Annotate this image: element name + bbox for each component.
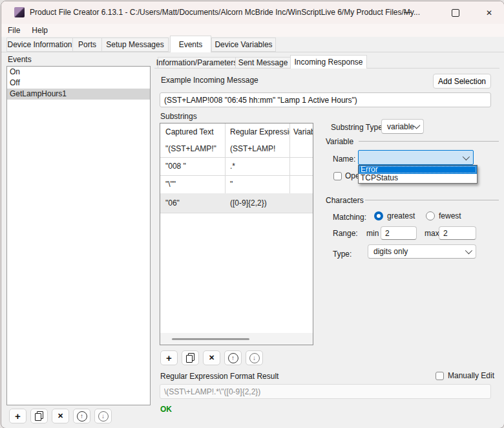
chevron-down-icon xyxy=(414,122,420,129)
substring-move-down-button[interactable]: ↓ xyxy=(246,350,263,365)
column-header-regular-expression[interactable]: Regular Expressio xyxy=(225,123,289,140)
add-icon: + xyxy=(166,353,172,363)
substring-delete-button[interactable]: ✕ xyxy=(203,350,220,365)
cell-regex[interactable]: (SST+LAMP! xyxy=(225,140,289,157)
substring-duplicate-button[interactable] xyxy=(182,350,199,365)
maximize-button[interactable] xyxy=(441,1,470,24)
matching-fewest-radio-field[interactable]: fewest xyxy=(426,211,461,220)
tab-events[interactable]: Events xyxy=(170,36,211,52)
event-duplicate-button[interactable] xyxy=(30,409,48,423)
variable-name-label: Name: xyxy=(333,155,355,164)
cell-regex[interactable]: .* xyxy=(225,157,289,175)
range-min-input[interactable] xyxy=(381,226,417,240)
tab-information-parameters[interactable]: Information/Parameters xyxy=(158,57,236,69)
range-max-input[interactable] xyxy=(439,226,476,240)
arrow-up-circle-icon: ↑ xyxy=(228,353,238,363)
arrow-down-circle-icon: ↓ xyxy=(98,411,109,422)
tab-incoming-response[interactable]: Incoming Response xyxy=(290,55,367,69)
name-dropdown-list: Error TCPStatus xyxy=(358,165,478,184)
event-delete-button[interactable]: ✕ xyxy=(52,409,69,423)
horizontal-scrollbar[interactable] xyxy=(160,333,313,345)
cell-captured-text[interactable]: "008 " xyxy=(160,157,225,175)
minimize-icon xyxy=(404,12,411,13)
variable-group-line xyxy=(359,141,499,142)
tab-device-variables[interactable]: Device Variables xyxy=(211,37,276,52)
matching-greatest-label: greatest xyxy=(387,211,415,220)
matching-fewest-label: fewest xyxy=(439,211,461,220)
cell-regex[interactable]: " xyxy=(225,175,289,193)
event-add-button[interactable]: + xyxy=(9,409,26,423)
tab-sent-message[interactable]: Sent Message xyxy=(235,57,291,69)
cell-variable[interactable] xyxy=(289,140,313,157)
delete-icon: ✕ xyxy=(209,354,215,361)
manually-edit-label: Manually Edit xyxy=(448,371,494,380)
table-header-row: Captured Text Regular Expressio Variab xyxy=(160,123,313,140)
delete-icon: ✕ xyxy=(58,412,63,420)
event-move-up-button[interactable]: ↑ xyxy=(73,409,90,423)
menu-help[interactable]: Help xyxy=(26,25,53,36)
copy-icon xyxy=(186,353,194,363)
example-incoming-message-input[interactable] xyxy=(160,92,491,107)
manually-edit-checkbox[interactable] xyxy=(436,372,444,380)
tab-setup-messages[interactable]: Setup Messages xyxy=(101,37,169,52)
minimize-button[interactable] xyxy=(392,1,422,24)
substring-type-value: variable xyxy=(387,122,414,131)
event-move-down-button[interactable]: ↓ xyxy=(94,409,112,423)
substring-type-dropdown[interactable]: variable xyxy=(381,119,424,134)
range-min-label: min xyxy=(366,229,379,238)
list-item[interactable]: Off xyxy=(7,78,150,89)
cell-variable[interactable] xyxy=(289,193,313,213)
copy-icon xyxy=(35,411,43,421)
regex-result-input[interactable] xyxy=(160,384,491,399)
menu-bar: File Help xyxy=(1,24,504,37)
table-row[interactable]: "\"" " xyxy=(160,175,313,193)
char-type-dropdown[interactable]: digits only xyxy=(368,244,476,259)
chevron-down-icon xyxy=(465,247,472,254)
manually-edit-field[interactable]: Manually Edit xyxy=(436,371,494,380)
events-list: On Off GetLampHours1 xyxy=(6,66,151,405)
dropdown-option-tcpstatus[interactable]: TCPStatus xyxy=(359,174,477,182)
char-type-value: digits only xyxy=(373,247,408,256)
tab-ports[interactable]: Ports xyxy=(72,37,102,52)
optional-field[interactable]: Ope xyxy=(333,171,360,180)
column-header-captured-text[interactable]: Captured Text xyxy=(160,123,225,140)
cell-variable[interactable] xyxy=(289,157,313,175)
list-item-selected[interactable]: GetLampHours1 xyxy=(7,89,150,100)
variable-name-dropdown[interactable] xyxy=(358,150,474,165)
variable-group-label: Variable xyxy=(326,137,353,146)
status-text: OK xyxy=(160,405,172,414)
scrollbar-thumb[interactable] xyxy=(172,338,249,340)
main-tab-divider xyxy=(1,52,504,52)
cell-variable[interactable] xyxy=(289,175,313,193)
table-row-selected[interactable]: "06" ([0-9]{2,2}) xyxy=(160,193,313,213)
table-row[interactable]: "(SST+LAMP!" (SST+LAMP! xyxy=(160,140,313,157)
cell-captured-text[interactable]: "06" xyxy=(160,193,225,213)
tab-device-information[interactable]: Device Information xyxy=(6,37,73,52)
add-selection-button[interactable]: Add Selection xyxy=(433,74,491,89)
radio-unselected-icon[interactable] xyxy=(426,211,435,220)
radio-selected-icon[interactable] xyxy=(374,211,383,220)
matching-greatest-radio-field[interactable]: greatest xyxy=(374,211,415,220)
arrow-up-circle-icon: ↑ xyxy=(77,411,87,422)
characters-group-line xyxy=(365,200,499,200)
characters-group-label: Characters xyxy=(326,196,364,205)
substring-add-button[interactable]: + xyxy=(160,350,178,365)
char-type-label: Type: xyxy=(333,250,352,259)
cell-regex[interactable]: ([0-9]{2,2}) xyxy=(225,193,289,213)
add-icon: + xyxy=(15,411,21,421)
close-button[interactable]: ✕ xyxy=(474,1,504,24)
events-panel-label: Events xyxy=(8,55,32,64)
cell-captured-text[interactable]: "(SST+LAMP!" xyxy=(160,140,225,157)
substring-move-up-button[interactable]: ↑ xyxy=(224,350,242,365)
chevron-down-icon xyxy=(463,153,470,160)
app-window: Product File Creator 6.13.1 - C:/Users/M… xyxy=(1,1,504,428)
table-row[interactable]: "008 " .* xyxy=(160,157,313,175)
menu-file[interactable]: File xyxy=(3,25,25,36)
column-header-variable[interactable]: Variab xyxy=(289,123,313,140)
list-item[interactable]: On xyxy=(7,67,150,78)
cell-captured-text[interactable]: "\"" xyxy=(160,175,225,193)
matching-label: Matching: xyxy=(333,213,366,222)
range-label: Range: xyxy=(333,229,358,238)
optional-checkbox[interactable] xyxy=(333,172,342,180)
maximize-icon xyxy=(452,9,459,17)
